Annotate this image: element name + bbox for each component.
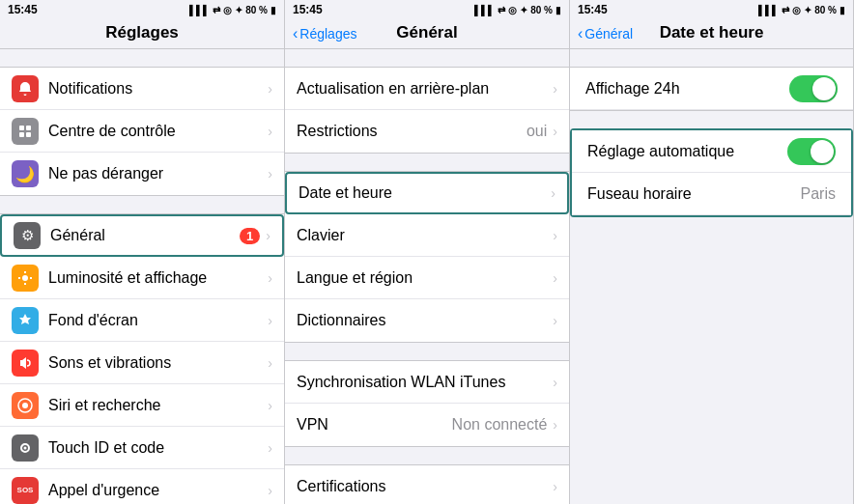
icon-luminosite <box>12 265 39 292</box>
list-item-notifications[interactable]: Notifications › <box>0 68 284 110</box>
header-title-2: Général <box>396 23 457 42</box>
list-group-2d: Certifications › <box>285 464 569 504</box>
back-label-3: Général <box>584 26 633 42</box>
list-item-urgence[interactable]: SOS Appel d'urgence › <box>0 469 284 504</box>
status-icons-3: ▌▌▌ ⇄ ◎ ✦ 80 % ▮ <box>758 5 845 15</box>
battery-icon: 80 % <box>245 5 268 15</box>
battery-bar: ▮ <box>270 5 276 15</box>
label-fond-ecran: Fond d'écran <box>48 312 268 329</box>
battery-bar-3: ▮ <box>840 5 845 15</box>
label-restrictions: Restrictions <box>297 123 527 140</box>
list-item-siri[interactable]: Siri et recherche › <box>0 384 284 427</box>
nav-header-1: Réglages <box>0 19 284 49</box>
svg-rect-0 <box>19 126 24 130</box>
battery-text-3: 80 % <box>814 5 837 15</box>
back-button-3[interactable]: ‹ Général <box>578 25 633 42</box>
value-fuseau: Paris <box>801 185 836 203</box>
list-item-fond-ecran[interactable]: Fond d'écran › <box>0 299 284 342</box>
label-general: Général <box>50 227 240 244</box>
spacer-2b <box>285 154 569 171</box>
label-sons: Sons et vibrations <box>48 354 268 372</box>
panel-date-heure: 15:45 ▌▌▌ ⇄ ◎ ✦ 80 % ▮ ‹ Général Date et… <box>570 0 854 504</box>
svg-rect-3 <box>26 132 31 137</box>
label-touch-id: Touch ID et code <box>48 439 268 457</box>
list-item-general[interactable]: ⚙ Général 1 › <box>0 214 284 257</box>
toggle-affichage-24h[interactable] <box>789 75 838 102</box>
status-bar-3: 15:45 ▌▌▌ ⇄ ◎ ✦ 80 % ▮ <box>570 0 853 19</box>
icon-urgence: SOS <box>12 477 39 504</box>
list-item-dictionnaires[interactable]: Dictionnaires › <box>285 299 569 342</box>
label-certifications: Certifications <box>297 478 553 495</box>
list-item-langue[interactable]: Langue et région › <box>285 257 569 299</box>
chevron-notifications: › <box>268 81 272 97</box>
row-affichage-24h: Affichage 24h <box>570 68 853 110</box>
toggle-knob-24h <box>812 77 836 100</box>
status-bar-2: 15:45 ▌▌▌ ⇄ ◎ ✦ 80 % ▮ <box>285 0 569 19</box>
value-restrictions: oui <box>527 123 547 140</box>
time-1: 15:45 <box>8 3 38 16</box>
icon-sons <box>12 350 39 377</box>
list-item-certifications[interactable]: Certifications › <box>285 465 569 504</box>
spacer-2a <box>285 49 569 67</box>
list-item-restrictions[interactable]: Restrictions oui › <box>285 110 569 153</box>
battery-bar-2: ▮ <box>555 5 561 15</box>
settings-list-2: Actualisation en arrière-plan › Restrict… <box>285 49 569 504</box>
signal-icon: ▌▌▌ <box>189 5 210 15</box>
list-item-wlan[interactable]: Synchronisation WLAN iTunes › <box>285 361 569 404</box>
signal-icon-3: ▌▌▌ <box>758 5 779 15</box>
list-group-3a: Affichage 24h <box>570 67 853 111</box>
list-item-clavier[interactable]: Clavier › <box>285 214 569 257</box>
chevron-ne-pas-deranger: › <box>268 166 272 182</box>
list-item-centre-controle[interactable]: Centre de contrôle › <box>0 110 284 153</box>
location-icon-3: ◎ <box>792 5 801 15</box>
label-date-heure: Date et heure <box>299 184 551 202</box>
chevron-luminosite: › <box>268 270 272 286</box>
chevron-siri: › <box>268 398 272 413</box>
chevron-langue: › <box>553 270 557 286</box>
list-item-actualisation[interactable]: Actualisation en arrière-plan › <box>285 68 569 110</box>
list-item-date-heure[interactable]: Date et heure › <box>285 172 569 214</box>
spacer-2d <box>285 447 569 464</box>
location-icon-2: ◎ <box>508 5 517 15</box>
svg-rect-2 <box>19 132 24 137</box>
panel-reglages: 15:45 ▌▌▌ ⇄ ◎ ✦ 80 % ▮ Réglages Notifica… <box>0 0 285 504</box>
chevron-clavier: › <box>553 228 557 243</box>
list-item-luminosite[interactable]: Luminosité et affichage › <box>0 257 284 299</box>
chevron-urgence: › <box>268 483 272 498</box>
spacer-3b <box>570 111 853 128</box>
list-item-touch-id[interactable]: Touch ID et code › <box>0 427 284 469</box>
chevron-touch-id: › <box>268 440 272 456</box>
bluetooth-icon: ✦ <box>235 5 242 15</box>
label-actualisation: Actualisation en arrière-plan <box>297 80 553 98</box>
label-vpn: VPN <box>297 416 452 434</box>
toggle-reglage-auto[interactable] <box>787 138 836 165</box>
toggle-knob-auto <box>811 140 834 163</box>
badge-general: 1 <box>240 228 260 244</box>
svg-point-10 <box>22 403 28 408</box>
spacer-3a <box>570 49 853 67</box>
icon-touch-id <box>12 434 39 462</box>
signal-icon-2: ▌▌▌ <box>474 5 495 15</box>
header-title-1: Réglages <box>105 23 179 42</box>
icon-ne-pas-deranger: 🌙 <box>12 160 39 187</box>
chevron-centre-controle: › <box>268 124 272 139</box>
svg-rect-1 <box>26 126 31 130</box>
spacer-top-1 <box>0 49 284 67</box>
list-item-vpn[interactable]: VPN Non connecté › <box>285 404 569 446</box>
nav-header-3: ‹ Général Date et heure <box>570 19 853 49</box>
label-wlan: Synchronisation WLAN iTunes <box>297 374 553 391</box>
spacer-3c <box>570 217 853 235</box>
time-2: 15:45 <box>293 3 323 16</box>
list-item-ne-pas-deranger[interactable]: 🌙 Ne pas déranger › <box>0 153 284 195</box>
row-reglage-auto: Réglage automatique <box>572 130 851 173</box>
back-chevron-3: ‹ <box>578 25 583 42</box>
back-button-2[interactable]: ‹ Réglages <box>293 25 356 42</box>
chevron-sons: › <box>268 355 272 371</box>
row-fuseau: Fuseau horaire Paris <box>572 173 851 215</box>
location-icon: ◎ <box>223 5 232 15</box>
label-luminosite: Luminosité et affichage <box>48 269 268 287</box>
icon-fond-ecran <box>12 307 39 334</box>
nav-header-2: ‹ Réglages Général <box>285 19 569 49</box>
list-item-sons[interactable]: Sons et vibrations › <box>0 342 284 384</box>
list-group-2a: Actualisation en arrière-plan › Restrict… <box>285 67 569 154</box>
